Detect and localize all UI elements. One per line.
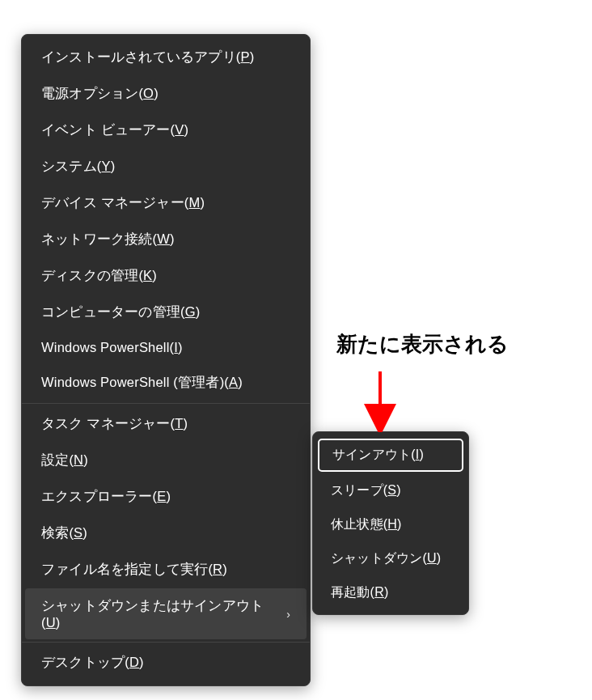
menu-item[interactable]: コンピューターの管理(G) — [25, 295, 307, 330]
submenu-item[interactable]: シャットダウン(U) — [316, 542, 465, 575]
menu-item-label: サインアウト(I) — [332, 447, 424, 464]
annotation-arrow-icon — [364, 367, 396, 432]
menu-item[interactable]: ネットワーク接続(W) — [25, 222, 307, 257]
annotation-text: 新たに表示される — [336, 330, 509, 358]
menu-item-label: ファイル名を指定して実行(R) — [41, 561, 227, 579]
menu-item[interactable]: Windows PowerShell(I) — [25, 331, 307, 364]
submenu-item[interactable]: サインアウト(I) — [318, 439, 463, 472]
chevron-right-icon: › — [286, 608, 290, 621]
menu-item-label: システム(Y) — [41, 158, 115, 176]
shutdown-submenu: サインアウト(I)スリープ(S)休止状態(H)シャットダウン(U)再起動(R) — [312, 431, 469, 615]
menu-item[interactable]: 設定(N) — [25, 443, 307, 478]
menu-item-label: デバイス マネージャー(M) — [41, 194, 205, 212]
menu-item[interactable]: イベント ビューアー(V) — [25, 112, 307, 148]
winx-context-menu: インストールされているアプリ(P)電源オプション(O)イベント ビューアー(V)… — [21, 34, 311, 686]
menu-item[interactable]: デスクトップ(D) — [25, 645, 307, 681]
menu-item[interactable]: インストールされているアプリ(P) — [25, 40, 307, 75]
menu-separator — [22, 403, 310, 404]
submenu-item[interactable]: 休止状態(H) — [316, 508, 465, 541]
menu-item-label: コンピューターの管理(G) — [41, 303, 200, 321]
menu-item-label: シャットダウン(U) — [331, 550, 441, 567]
menu-item[interactable]: シャットダウンまたはサインアウト(U)› — [25, 588, 307, 639]
menu-item[interactable]: 電源オプション(O) — [25, 76, 307, 112]
menu-item-label: ネットワーク接続(W) — [41, 231, 175, 248]
menu-item-label: タスク マネージャー(T) — [41, 415, 188, 433]
menu-item-label: 休止状態(H) — [331, 516, 402, 533]
menu-item-label: 再起動(R) — [331, 584, 388, 601]
menu-item[interactable]: ディスクの管理(K) — [25, 258, 307, 294]
menu-item-label: スリープ(S) — [331, 482, 401, 499]
menu-item-label: ディスクの管理(K) — [41, 267, 157, 285]
menu-item-label: イベント ビューアー(V) — [41, 121, 188, 139]
menu-item[interactable]: Windows PowerShell (管理者)(A) — [25, 365, 307, 401]
menu-item-label: デスクトップ(D) — [41, 654, 144, 672]
menu-item-label: Windows PowerShell(I) — [41, 340, 183, 355]
menu-item[interactable]: システム(Y) — [25, 149, 307, 185]
menu-item[interactable]: デバイス マネージャー(M) — [25, 185, 307, 221]
menu-item-label: 電源オプション(O) — [41, 85, 159, 103]
menu-item-label: インストールされているアプリ(P) — [41, 49, 254, 66]
submenu-item[interactable]: 再起動(R) — [316, 576, 465, 609]
submenu-item[interactable]: スリープ(S) — [316, 474, 465, 507]
menu-item[interactable]: タスク マネージャー(T) — [25, 406, 307, 442]
menu-item[interactable]: エクスプローラー(E) — [25, 479, 307, 515]
menu-separator — [22, 642, 310, 643]
menu-item-label: エクスプローラー(E) — [41, 488, 171, 506]
menu-item[interactable]: ファイル名を指定して実行(R) — [25, 552, 307, 588]
menu-item-label: Windows PowerShell (管理者)(A) — [41, 374, 243, 392]
menu-item-label: 設定(N) — [41, 452, 88, 469]
menu-item-label: シャットダウンまたはサインアウト(U) — [41, 597, 280, 630]
menu-item[interactable]: 検索(S) — [25, 515, 307, 551]
menu-item-label: 検索(S) — [41, 524, 87, 542]
